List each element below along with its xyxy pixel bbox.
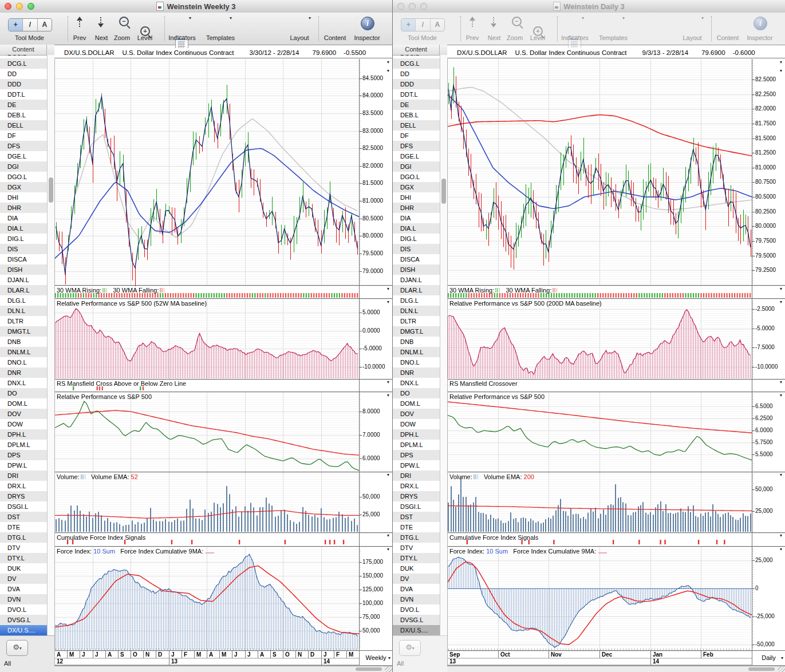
list-item[interactable]: DF [0,131,47,141]
list-item[interactable]: DELL [0,120,47,131]
panel-menu-arrow[interactable]: ▾ [780,300,782,305]
list-item[interactable]: DHI [393,192,440,203]
list-item[interactable]: DRX.L [0,481,47,491]
list-item[interactable]: DIA.L [393,223,440,234]
sidebar-scroll-thumb[interactable] [441,179,446,204]
list-item[interactable]: DISH [393,264,440,275]
panel-menu-arrow[interactable]: ▾ [780,60,782,65]
list-item[interactable]: DNR [393,367,440,378]
list-item[interactable]: DOW [0,419,47,429]
panel-menu-arrow[interactable]: ▾ [780,287,782,291]
list-item[interactable]: DGX [0,182,47,192]
list-item[interactable]: DHR [393,203,440,213]
resize-grip[interactable] [778,666,785,672]
list-item[interactable]: DLAR.L [0,285,47,295]
zoom-out-icon[interactable]: − [119,17,129,26]
list-item[interactable]: DPS [393,450,440,460]
panel-menu-arrow[interactable]: ▾ [387,533,389,538]
list-item[interactable]: DVO.L [393,604,440,615]
tool-trendline-button[interactable]: / [416,19,430,31]
next-button[interactable] [97,17,104,29]
list-item[interactable]: DLN.L [0,306,47,316]
list-item[interactable]: DRYS [393,491,440,501]
list-item[interactable]: DDT.L [393,89,440,100]
list-item[interactable]: DTY.L [0,553,47,563]
panel-menu-arrow[interactable]: ▾ [387,287,389,291]
list-item[interactable]: DVO.L [0,604,47,615]
gear-button[interactable]: ⚙▾ [399,640,421,656]
list-item[interactable]: DNR [0,367,47,378]
list-item[interactable]: DTY.L [393,553,440,563]
list-item[interactable]: DPH.L [393,429,440,440]
sidebar-header[interactable]: Content [0,45,47,56]
list-item[interactable]: DHR [0,203,47,213]
tool-crosshair-button[interactable]: + [9,19,23,31]
tool-trendline-button[interactable]: / [23,19,37,31]
close-button[interactable] [397,3,404,10]
list-item[interactable]: DHI [0,192,47,203]
list-item[interactable]: DISCA [393,254,440,264]
list-item[interactable]: DRX.L [393,481,440,491]
list-item[interactable]: DVN [393,594,440,604]
list-item[interactable]: DF [393,131,440,141]
templates-menu-arrow[interactable]: ▾ [230,15,232,21]
panel-menu-arrow[interactable]: ▾ [387,380,389,385]
list-item[interactable]: DPLM.L [0,440,47,450]
horizontal-scrollbar[interactable] [447,666,785,672]
list-item[interactable]: DCG.L [0,58,47,69]
list-item[interactable]: DRI [0,471,47,481]
list-item[interactable]: DLG.L [0,295,47,306]
list-item[interactable]: DD [393,69,440,79]
list-item[interactable]: DNO.L [393,357,440,367]
list-item[interactable]: DGE.L [0,151,47,161]
zoom-window-button[interactable] [27,3,34,10]
next-button[interactable] [490,17,497,29]
list-item[interactable]: DIA [393,213,440,223]
resize-grip[interactable] [385,666,392,672]
list-item[interactable]: DGO.L [393,172,440,182]
list-item[interactable]: DEB.L [0,110,47,120]
list-item[interactable]: DVSG.L [0,615,47,625]
minimize-button[interactable] [409,3,416,10]
list-item[interactable]: DRYS [0,491,47,501]
list-item[interactable]: DIA [0,213,47,223]
list-item[interactable]: DVN [0,594,47,604]
gear-button[interactable]: ⚙▾ [6,640,28,656]
list-item[interactable]: DE [0,100,47,110]
titlebar[interactable]: Weinstein Weekly 3 [0,0,392,13]
list-item[interactable]: DV [0,574,47,584]
list-item[interactable]: DDT.L [0,89,47,100]
panel-menu-arrow[interactable]: ▾ [780,547,782,552]
list-item[interactable]: DIG.L [0,234,47,244]
list-item[interactable]: DOM.L [393,398,440,409]
inspector-icon[interactable]: i [754,17,767,30]
chart-canvas[interactable] [447,59,785,666]
panel-menu-arrow[interactable]: ▾ [387,300,389,305]
list-item[interactable]: DGX [393,182,440,192]
minimize-button[interactable] [16,3,23,10]
list-item[interactable]: DOV [393,409,440,419]
list-item[interactable]: DTE [0,522,47,532]
list-item[interactable]: DNX.L [0,378,47,388]
close-button[interactable] [5,3,11,10]
chart-canvas[interactable] [54,59,392,666]
list-item[interactable]: DVA [393,584,440,594]
layout-menu-arrow[interactable]: ▾ [701,15,704,21]
list-item[interactable]: DPW.L [393,460,440,471]
panel-menu-arrow[interactable]: ▾ [780,380,782,385]
sidebar-header[interactable]: Content [393,45,440,56]
list-item[interactable]: DLTR [393,316,440,326]
list-item[interactable]: DISH [0,264,47,275]
list-item[interactable]: DNX.L [393,378,440,388]
list-item[interactable]: DE [393,100,440,110]
periodicity-selector[interactable]: Daily▾ [752,651,785,665]
list-item[interactable]: DTG.L [0,532,47,543]
list-item[interactable]: DLN.L [393,306,440,316]
list-item[interactable]: DVA [0,584,47,594]
hscroll-thumb[interactable] [356,667,382,671]
hscroll-thumb[interactable] [748,667,775,671]
list-item[interactable]: DNB [0,337,47,347]
list-item[interactable]: DNO.L [0,357,47,367]
list-item[interactable]: DPH.L [0,429,47,440]
periodicity-selector[interactable]: Weekly▾ [359,651,392,665]
